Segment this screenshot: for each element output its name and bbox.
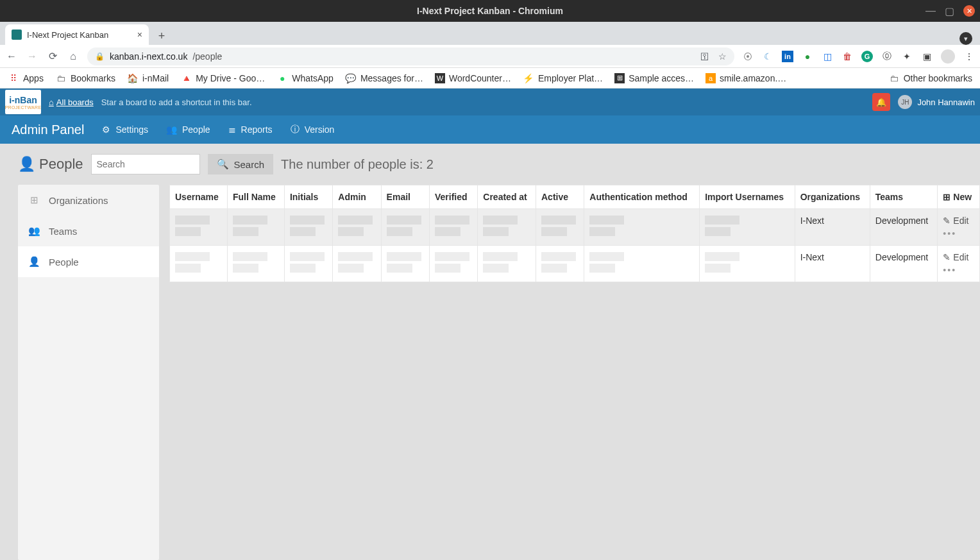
tab-close-icon[interactable]: × bbox=[137, 30, 142, 40]
lock-icon: 🔒 bbox=[95, 52, 105, 61]
linkedin-icon[interactable]: in bbox=[782, 51, 793, 62]
star-icon[interactable]: ☆ bbox=[718, 51, 727, 62]
browser-toolbar: ← → ⟳ ⌂ 🔒 kanban.i-next.co.uk/people ⚿ ☆… bbox=[0, 45, 980, 68]
blurred-cell bbox=[170, 246, 228, 282]
table-row[interactable]: I-NextDevelopment✎ Edit••• bbox=[170, 246, 980, 282]
extensions-icon[interactable]: ✦ bbox=[901, 51, 913, 62]
gear-icon: ⚙ bbox=[102, 124, 110, 135]
more-icon[interactable]: ••• bbox=[943, 228, 974, 239]
blurred-cell bbox=[381, 209, 429, 246]
page-header: 👤People 🔍Search The number of people is:… bbox=[18, 154, 980, 174]
col-fullname[interactable]: Full Name bbox=[227, 185, 284, 209]
col-action[interactable]: ⊞ New bbox=[938, 185, 980, 209]
pencil-icon: ✎ bbox=[943, 252, 950, 262]
minimize-icon[interactable]: — bbox=[925, 5, 936, 17]
bookmark-item[interactable]: ⚡Employer Plat… bbox=[523, 72, 603, 84]
close-icon[interactable]: ✕ bbox=[963, 5, 975, 17]
bookmark-item[interactable]: WWordCounter… bbox=[435, 73, 511, 83]
blurred-cell bbox=[700, 246, 795, 282]
sidebar-item-teams[interactable]: 👥Teams bbox=[18, 216, 159, 246]
col-teams[interactable]: Teams bbox=[870, 185, 938, 209]
blurred-cell bbox=[700, 209, 795, 246]
col-orgs[interactable]: Organizations bbox=[795, 185, 870, 209]
more-icon[interactable]: ••• bbox=[943, 265, 974, 275]
bookmark-item[interactable]: asmile.amazon.… bbox=[705, 73, 786, 83]
sidebar-item-people[interactable]: 👤People bbox=[18, 246, 159, 277]
tab-overflow-icon[interactable]: ▾ bbox=[959, 32, 972, 45]
other-bookmarks[interactable]: 🗀Other bookmarks bbox=[888, 72, 972, 84]
ext-icon-7[interactable]: G bbox=[861, 51, 873, 62]
url-input[interactable]: 🔒 kanban.i-next.co.uk/people ⚿ ☆ bbox=[87, 47, 734, 65]
col-active[interactable]: Active bbox=[536, 185, 584, 209]
apps-shortcut[interactable]: ⠿Apps bbox=[8, 72, 44, 84]
admin-panel-title: Admin Panel bbox=[12, 123, 84, 137]
admin-nav: Admin Panel ⚙Settings 👥People ≣Reports ⓘ… bbox=[0, 115, 980, 144]
col-email[interactable]: Email bbox=[381, 185, 429, 209]
profile-avatar[interactable] bbox=[941, 49, 955, 64]
table-row[interactable]: I-NextDevelopment✎ Edit••• bbox=[170, 209, 980, 246]
edit-button[interactable]: ✎ Edit bbox=[943, 216, 974, 226]
person-icon: 👤 bbox=[18, 156, 35, 173]
col-created[interactable]: Created at bbox=[478, 185, 536, 209]
url-host: kanban.i-next.co.uk bbox=[110, 51, 187, 62]
home-icon[interactable]: ⌂ bbox=[67, 51, 80, 62]
ext-icon-8[interactable]: ⓪ bbox=[881, 51, 893, 62]
blurred-cell bbox=[478, 246, 536, 282]
bookmark-item[interactable]: 🗀Bookmarks bbox=[55, 72, 115, 84]
ext-icon-2[interactable]: ☾ bbox=[762, 51, 773, 62]
bookmarks-bar: ⠿Apps 🗀Bookmarks 🏠i-nMail 🔺My Drive - Go… bbox=[0, 68, 980, 89]
notification-button[interactable]: 🔔 bbox=[872, 93, 890, 111]
back-icon[interactable]: ← bbox=[5, 51, 18, 62]
user-avatar: JH bbox=[898, 95, 912, 109]
blurred-cell bbox=[429, 209, 477, 246]
col-initials[interactable]: Initials bbox=[284, 185, 332, 209]
team-icon: 👥 bbox=[28, 225, 40, 237]
nav-reports[interactable]: ≣Reports bbox=[228, 124, 273, 135]
all-boards-link[interactable]: ⌂ All boards bbox=[49, 98, 94, 107]
cell-org: I-Next bbox=[795, 209, 870, 246]
col-username[interactable]: Username bbox=[170, 185, 228, 209]
search-input[interactable] bbox=[91, 154, 200, 174]
menu-icon[interactable]: ⋮ bbox=[963, 51, 975, 62]
reload-icon[interactable]: ⟳ bbox=[46, 50, 59, 62]
bookmark-item[interactable]: 🏠i-nMail bbox=[127, 72, 169, 84]
search-button[interactable]: 🔍Search bbox=[208, 154, 274, 174]
nav-version[interactable]: ⓘVersion bbox=[291, 124, 335, 135]
new-tab-button[interactable]: + bbox=[153, 27, 171, 45]
ext-icon-4[interactable]: ● bbox=[802, 51, 813, 62]
favicon-icon bbox=[12, 30, 22, 40]
col-auth[interactable]: Authentication method bbox=[584, 185, 700, 209]
key-icon[interactable]: ⚿ bbox=[700, 51, 709, 62]
maximize-icon[interactable]: ▢ bbox=[945, 5, 954, 17]
cell-team: Development bbox=[870, 209, 938, 246]
col-admin[interactable]: Admin bbox=[333, 185, 381, 209]
blurred-cell bbox=[429, 246, 477, 282]
cast-icon[interactable]: ▣ bbox=[921, 51, 933, 62]
user-menu[interactable]: JH John Hannawin bbox=[898, 95, 975, 109]
people-table-wrap: Username Full Name Initials Admin Email … bbox=[169, 185, 980, 560]
bookmark-item[interactable]: 🔺My Drive - Goo… bbox=[180, 72, 265, 84]
edit-button[interactable]: ✎ Edit bbox=[943, 252, 974, 262]
nav-people[interactable]: 👥People bbox=[166, 124, 210, 135]
cell-team: Development bbox=[870, 246, 938, 282]
col-import[interactable]: Import Usernames bbox=[700, 185, 795, 209]
app-logo[interactable]: i-nBan PROJECTWARE bbox=[5, 90, 41, 114]
browser-tab-strip: I-Next Project Kanban × + ▾ bbox=[0, 22, 980, 45]
ext-icon-5[interactable]: ◫ bbox=[822, 51, 833, 62]
bookmark-item[interactable]: ●WhatsApp bbox=[276, 72, 334, 84]
ext-icon-1[interactable]: ⦿ bbox=[742, 51, 754, 62]
bookmark-item[interactable]: 💬Messages for… bbox=[345, 72, 423, 84]
people-icon: 👥 bbox=[166, 124, 177, 135]
forward-icon[interactable]: → bbox=[26, 51, 38, 62]
trash-icon[interactable]: 🗑 bbox=[841, 51, 853, 62]
bookmark-item[interactable]: ⊞Sample acces… bbox=[614, 73, 694, 83]
blurred-cell bbox=[584, 209, 700, 246]
os-window-title: I-Next Project Kanban - Chromium bbox=[0, 6, 980, 16]
col-verified[interactable]: Verified bbox=[429, 185, 477, 209]
url-path: /people bbox=[192, 51, 222, 62]
blurred-cell bbox=[536, 246, 584, 282]
nav-settings[interactable]: ⚙Settings bbox=[102, 124, 148, 135]
blurred-cell bbox=[333, 209, 381, 246]
browser-tab[interactable]: I-Next Project Kanban × bbox=[5, 24, 149, 45]
sidebar-item-organizations[interactable]: ⊞Organizations bbox=[18, 185, 159, 216]
